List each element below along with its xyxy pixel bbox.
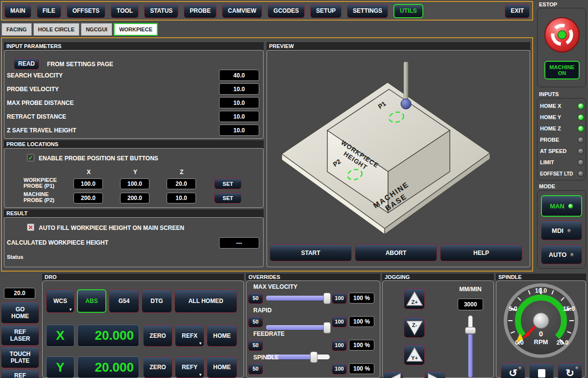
input-row-home-z: HOME Z xyxy=(540,124,584,133)
menu-file[interactable]: FILE xyxy=(37,4,61,18)
jog-z-minus-button[interactable]: Z- xyxy=(404,317,425,338)
jog-rate-slider[interactable] xyxy=(468,315,473,378)
machine-on-button[interactable]: MACHINEON xyxy=(544,61,580,79)
override-max-button[interactable]: 100 xyxy=(332,339,347,351)
mode-auto-button[interactable]: AUTO xyxy=(541,245,582,264)
input-parameters-title: INPUT PARAMETERS xyxy=(4,42,264,50)
y-home-button[interactable]: HOME xyxy=(207,356,237,378)
p2-set-button[interactable]: SET xyxy=(214,192,242,203)
estop-button[interactable] xyxy=(544,17,580,53)
menu-probe[interactable]: PROBE xyxy=(184,4,217,18)
menu-utils[interactable]: UTILS xyxy=(393,4,423,18)
override-max-button[interactable]: 100 xyxy=(332,363,347,375)
override-min-button[interactable]: 50 xyxy=(248,316,263,328)
all-homed-button[interactable]: ALL HOMED xyxy=(174,289,237,313)
param-value[interactable]: 10.0 xyxy=(219,97,259,108)
p2-x-field[interactable]: 200.0 xyxy=(74,193,103,203)
x-home-button[interactable]: HOME xyxy=(207,325,237,347)
inputs-title: INPUTS xyxy=(539,91,559,97)
probe-locations-title: PROBE LOCATIONS xyxy=(4,140,264,148)
triangle-up-icon: Z+ xyxy=(406,290,423,308)
override-min-button[interactable]: 50 xyxy=(248,339,263,351)
jog-y-plus-button[interactable]: Y+ xyxy=(404,344,425,365)
read-button[interactable]: READ xyxy=(14,58,39,70)
go-home-button[interactable]: GOHOME xyxy=(1,302,39,324)
ccw-arrow-icon: ↺ xyxy=(509,367,517,378)
p2-z-field[interactable]: 10.0 xyxy=(167,193,196,203)
override-label: SPINDLE xyxy=(253,354,279,361)
g54-button[interactable]: G54 xyxy=(109,289,139,313)
override-min-button[interactable]: 50 xyxy=(248,292,263,304)
p1-y-field[interactable]: 100.0 xyxy=(120,178,149,189)
menu-tool[interactable]: TOOL xyxy=(111,4,139,18)
touch-plate-button[interactable]: TOUCHPLATE xyxy=(1,347,39,368)
mode-man-button[interactable]: MAN xyxy=(541,195,582,217)
param-value[interactable]: 10.0 xyxy=(219,125,259,136)
jog-rate-slider-thumb[interactable] xyxy=(465,327,476,334)
tab-ngcgui[interactable]: NGCGUI xyxy=(81,23,112,36)
menu-status[interactable]: STATUS xyxy=(144,4,178,18)
ref-laser-button[interactable]: REFLASER xyxy=(1,325,39,346)
menu-settings[interactable]: SETTINGS xyxy=(347,4,388,18)
spindle-ccw-button[interactable]: ↺ xyxy=(501,363,525,378)
x-ref-button[interactable]: REFX▼ xyxy=(175,325,204,347)
check-icon: ✓ xyxy=(28,154,33,161)
param-label: RETRACT DISTANCE xyxy=(7,113,66,120)
input-row-home-y: HOME Y xyxy=(540,113,584,122)
enable-set-buttons-checkbox[interactable]: ✓ xyxy=(27,154,34,161)
override-percent-display: 100 % xyxy=(349,293,374,303)
y-ref-button[interactable]: REFY▼ xyxy=(175,356,204,378)
p1-z-field[interactable]: 20.0 xyxy=(167,178,196,189)
slider-thumb[interactable] xyxy=(310,352,318,363)
wcs-button[interactable]: WCS▼ xyxy=(46,289,74,313)
menu-camview[interactable]: CAMVIEW xyxy=(222,4,262,18)
slider-thumb[interactable] xyxy=(323,322,331,333)
eoffset-ltd-led xyxy=(578,171,584,177)
override-max-button[interactable]: 100 xyxy=(332,316,347,328)
start-button[interactable]: START xyxy=(270,244,352,261)
input-row-home-x: HOME X xyxy=(540,101,584,110)
spindle-cw-button[interactable]: ↻ xyxy=(558,363,582,378)
jog-x-minus-button[interactable] xyxy=(383,371,403,378)
p1-set-button[interactable]: SET xyxy=(214,178,242,189)
rapid-slider[interactable] xyxy=(266,325,330,330)
abs-button[interactable]: ABS xyxy=(77,289,106,313)
x-zero-button[interactable]: ZERO xyxy=(143,325,172,347)
help-button[interactable]: HELP xyxy=(440,244,522,261)
tab-facing[interactable]: FACING xyxy=(1,23,32,36)
tab-workpiece[interactable]: WORKPIECE xyxy=(114,23,158,36)
max-velocity-slider[interactable] xyxy=(266,295,330,301)
param-value[interactable]: 40.0 xyxy=(219,70,259,81)
autofill-checkbox[interactable]: ✕ xyxy=(27,224,34,231)
home-z-led xyxy=(578,126,584,132)
jog-rate-unit-label: MM/MIN xyxy=(451,286,490,293)
param-value[interactable]: 10.0 xyxy=(219,83,259,95)
input-row-eoffset-ltd: EOFFSET LTD xyxy=(540,169,584,178)
touch-height-field[interactable]: 20.0 xyxy=(4,288,35,299)
exit-button[interactable]: EXIT xyxy=(505,4,530,18)
calculated-height-label: CALCULATED WORKPIECE HEIGHT xyxy=(7,239,108,246)
param-value[interactable]: 10.0 xyxy=(219,111,259,122)
chevron-down-icon: ▼ xyxy=(198,373,202,377)
menu-gcodes[interactable]: GCODES xyxy=(268,4,305,18)
jog-x-plus-button[interactable] xyxy=(424,371,445,378)
y-zero-button[interactable]: ZERO xyxy=(143,356,172,378)
p1-x-field[interactable]: 100.0 xyxy=(74,178,103,189)
spindle-stop-button[interactable] xyxy=(529,363,554,378)
dtg-button[interactable]: DTG xyxy=(142,289,172,313)
p2-y-field[interactable]: 200.0 xyxy=(120,193,149,203)
tab-hole-circle[interactable]: HOLE CIRCLE xyxy=(33,23,80,36)
slider-thumb[interactable] xyxy=(323,293,331,304)
jog-rate-field[interactable]: 3000 xyxy=(458,299,483,310)
menu-offsets[interactable]: OFFSETS xyxy=(67,4,105,18)
man-led xyxy=(568,203,573,209)
abort-button[interactable]: ABORT xyxy=(355,244,437,261)
override-max-button[interactable]: 100 xyxy=(332,292,347,304)
gauge-tick-20: 20.0 xyxy=(557,339,568,346)
override-min-button[interactable]: 50 xyxy=(248,363,263,375)
menu-setup[interactable]: SETUP xyxy=(310,4,342,18)
ref-button[interactable]: REF xyxy=(1,369,39,378)
menu-main[interactable]: MAIN xyxy=(4,4,31,18)
mode-mdi-button[interactable]: MDI xyxy=(541,221,582,240)
jog-z-plus-button[interactable]: Z+ xyxy=(404,288,425,309)
